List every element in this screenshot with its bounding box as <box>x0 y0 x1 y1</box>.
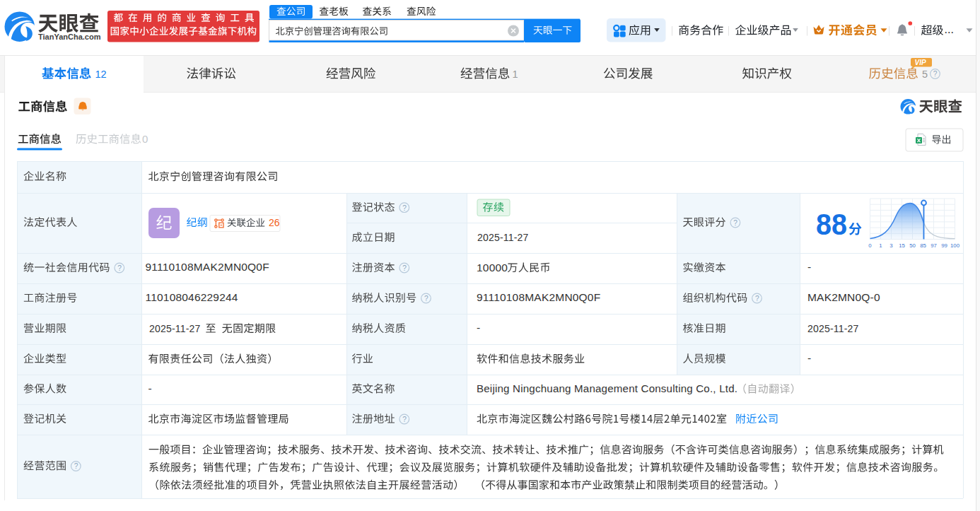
svg-text:?: ? <box>74 462 78 470</box>
svg-text:VIP: VIP <box>915 59 926 66</box>
svg-text:91110108MAK2MN0Q0F: 91110108MAK2MN0Q0F <box>146 261 269 273</box>
svg-text:10000: 10000 <box>477 262 508 274</box>
svg-text:0: 0 <box>868 242 872 249</box>
svg-text:1: 1 <box>513 69 518 80</box>
svg-text:3: 3 <box>889 242 892 249</box>
svg-text:2025-11-27: 2025-11-27 <box>149 323 201 334</box>
svg-text:?: ? <box>755 295 759 303</box>
svg-text:-: - <box>807 352 811 364</box>
svg-text:?: ? <box>424 295 428 303</box>
svg-text:?: ? <box>402 416 407 423</box>
svg-text:2025-11-27: 2025-11-27 <box>477 232 529 243</box>
svg-text:110108046229244: 110108046229244 <box>146 291 238 303</box>
svg-text:0: 0 <box>142 133 148 145</box>
svg-text:91110108MAK2MN0Q0F: 91110108MAK2MN0Q0F <box>477 291 600 303</box>
svg-text:5: 5 <box>922 69 928 80</box>
svg-text:Beijing Ningchuang Management: Beijing Ningchuang Management Consulting… <box>477 382 737 394</box>
svg-text:85: 85 <box>920 242 926 249</box>
svg-text:26: 26 <box>269 217 280 228</box>
svg-text:-: - <box>477 322 480 334</box>
svg-text:15: 15 <box>899 242 905 249</box>
svg-text:100: 100 <box>950 242 960 249</box>
svg-text:?: ? <box>402 204 407 212</box>
svg-text:1: 1 <box>879 242 882 249</box>
svg-text:50: 50 <box>909 242 916 249</box>
svg-text:88: 88 <box>816 207 847 241</box>
svg-text:MAK2MN0Q-0: MAK2MN0Q-0 <box>807 291 880 303</box>
svg-text:99: 99 <box>941 242 947 249</box>
svg-text:...: ... <box>945 23 954 35</box>
svg-text:97: 97 <box>931 242 937 249</box>
svg-text:TianYanCha.com: TianYanCha.com <box>38 33 101 41</box>
svg-text:2025-11-27: 2025-11-27 <box>807 323 859 334</box>
svg-text:?: ? <box>933 70 938 78</box>
svg-text:?: ? <box>402 264 407 272</box>
svg-text:-: - <box>807 261 811 273</box>
svg-text:12: 12 <box>95 69 107 80</box>
svg-text:?: ? <box>733 219 737 227</box>
svg-text:?: ? <box>117 264 122 272</box>
svg-text:-: - <box>148 382 152 394</box>
